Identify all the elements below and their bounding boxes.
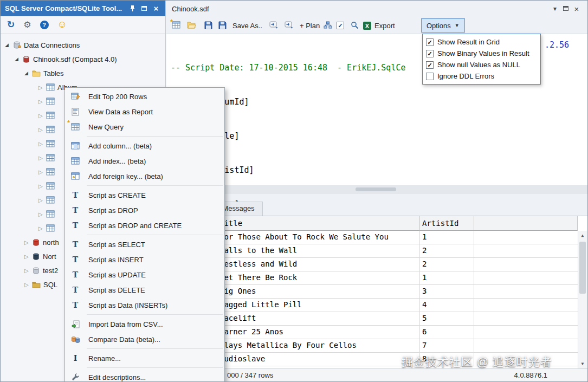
table-row[interactable]: 9Plays Metallica By Four Cellos7 [166, 339, 578, 353]
menu-item-add-index[interactable]: Add index... (beta) [65, 153, 224, 169]
expander-icon[interactable]: ▷ [38, 183, 46, 189]
checkbox-icon[interactable]: ✓ [426, 50, 434, 57]
option-label: Ignore DDL Errors [437, 72, 494, 80]
table-row[interactable]: 2Balls to the Wall2 [166, 244, 578, 258]
edit-table-icon [69, 92, 82, 101]
table-row[interactable]: 6Jagged Little Pill4 [166, 299, 578, 312]
menu-item-edit-top-200-rows[interactable]: Edit Top 200 Rows [65, 89, 224, 104]
table-row[interactable]: 3Restless and Wild2 [166, 258, 578, 271]
floppy-icon [204, 21, 212, 29]
float-window-icon[interactable] [139, 4, 149, 14]
tree-item-chinook-database[interactable]: ◢ Chinook.sdf (Compact 4.0) [1, 52, 165, 66]
expander-icon[interactable]: ▷ [38, 197, 46, 203]
settings-gear-icon[interactable]: ⚙ [23, 20, 31, 30]
menu-item-compare-data[interactable]: Compare Data (beta)... [65, 332, 224, 347]
menu-item-add-column[interactable]: Add column... (beta) [65, 138, 224, 153]
plan-label[interactable]: + Plan [300, 22, 320, 30]
export-label[interactable]: Export [374, 22, 395, 30]
expander-icon[interactable]: ◢ [24, 70, 32, 76]
results-grid[interactable]: AlbumId Title ArtistId 1For Those About … [166, 216, 587, 368]
tree-label: north [43, 238, 59, 247]
export-excel-icon[interactable]: X [363, 22, 371, 30]
table-row[interactable]: 7Facelift5 [166, 312, 578, 326]
refresh-icon[interactable]: ↻ [7, 19, 15, 30]
expander-icon[interactable]: ▷ [38, 99, 46, 105]
expander-icon[interactable]: ▷ [38, 155, 46, 161]
document-float-icon[interactable] [560, 5, 571, 12]
editor-results-splitter[interactable] [166, 185, 587, 194]
table-icon [46, 224, 55, 232]
menu-item-script-as-drop[interactable]: T Script as DROP [65, 203, 224, 218]
pin-icon[interactable] [127, 4, 137, 14]
scroll-up-icon[interactable]: ▲ [578, 231, 587, 240]
status-bar: 000 / 347 rows 4.0.8876.1 [166, 368, 587, 381]
expander-icon[interactable]: ▷ [38, 225, 46, 231]
expander-icon[interactable]: ▷ [24, 282, 32, 288]
table-row[interactable]: 4Let There Be Rock1 [166, 271, 578, 285]
table-row[interactable]: 8Warner 25 Anos6 [166, 326, 578, 339]
option-show-null-values[interactable]: ✓ Show null Values as NULL [423, 59, 540, 70]
expander-icon[interactable]: ▷ [38, 113, 46, 119]
new-query-icon[interactable]: * [172, 21, 180, 31]
column-header-title[interactable]: Title [217, 216, 420, 231]
expander-icon[interactable]: ◢ [15, 56, 22, 62]
menu-item-view-data-as-report[interactable]: View Data as Report [65, 104, 224, 119]
scroll-down-icon[interactable]: ▼ [578, 359, 587, 368]
feedback-smiley-icon[interactable]: ☺ [57, 19, 67, 30]
checkbox-icon[interactable] [426, 73, 434, 80]
tree-label: SQL [43, 281, 57, 289]
menu-item-script-as-create[interactable]: T Script as CREATE [65, 187, 224, 203]
execute-icon[interactable] [269, 21, 279, 31]
menu-item-add-foreign-key[interactable]: Add foreign key... (beta) [65, 169, 224, 184]
table-row[interactable]: 1For Those About To Rock We Salute You1 [166, 231, 578, 244]
document-close-icon[interactable]: × [571, 4, 582, 14]
menu-item-new-query[interactable]: * New Query [65, 119, 224, 134]
option-show-binary-values[interactable]: ✓ Show Binary Values in Result [423, 48, 540, 59]
option-show-result-in-grid[interactable]: ✓ Show Result in Grid [423, 36, 540, 48]
checkbox-icon[interactable]: ✓ [426, 61, 434, 69]
execution-plan-icon[interactable] [324, 21, 332, 31]
scrollbar-thumb[interactable] [579, 242, 586, 294]
checkbox-icon[interactable]: ✓ [426, 38, 434, 46]
table-row[interactable]: 5Big Ones3 [166, 285, 578, 299]
menu-item-script-as-insert[interactable]: T Script as INSERT [65, 252, 224, 267]
expander-icon[interactable]: ▷ [38, 211, 46, 217]
menu-item-script-as-data-inserts[interactable]: T Script as Data (INSERTs) [65, 297, 224, 313]
save-as-label[interactable]: Save As.. [232, 22, 262, 30]
save-icon[interactable] [204, 21, 212, 31]
expander-icon[interactable]: ▷ [24, 254, 32, 260]
expander-icon[interactable]: ▷ [38, 169, 46, 175]
column-header-artistid[interactable]: ArtistId [420, 216, 474, 231]
open-file-icon[interactable] [187, 21, 196, 31]
options-button[interactable]: Options ▼ [421, 18, 465, 33]
option-ignore-ddl-errors[interactable]: Ignore DDL Errors [423, 70, 540, 82]
expander-icon[interactable]: ▷ [38, 141, 46, 147]
menu-item-edit-descriptions[interactable]: Edit descriptions... [65, 370, 224, 382]
expander-icon[interactable]: ◢ [5, 42, 12, 48]
expander-icon[interactable]: ▷ [24, 239, 32, 245]
table-context-menu: Edit Top 200 Rows View Data as Report * … [64, 87, 225, 382]
menu-item-import-data-from-csv[interactable]: Import Data from CSV... [65, 316, 224, 332]
search-icon[interactable] [351, 21, 359, 31]
save-as-icon[interactable] [218, 21, 227, 31]
menu-item-script-as-select[interactable]: T Script as SELECT [65, 237, 224, 252]
tree-item-tables-folder[interactable]: ◢ Tables [1, 66, 165, 80]
expander-icon[interactable]: ▷ [38, 127, 46, 133]
menu-item-script-as-update[interactable]: T Script as UPDATE [65, 267, 224, 282]
menu-item-script-as-delete[interactable]: T Script as DELETE [65, 282, 224, 297]
execute-with-plan-icon[interactable] [285, 21, 294, 31]
expander-icon[interactable]: ▷ [24, 268, 32, 274]
close-icon[interactable]: × [151, 4, 161, 14]
tree-item-data-connections[interactable]: ◢ Data Connections [1, 38, 165, 52]
expander-icon[interactable]: ▷ [38, 85, 46, 90]
menu-item-script-as-drop-and-create[interactable]: T Script as DROP and CREATE [65, 218, 224, 233]
document-list-chevron-icon[interactable]: ▾ [550, 5, 560, 12]
help-icon[interactable]: ? [40, 21, 49, 29]
splitter-handle[interactable] [356, 187, 396, 191]
vertical-scrollbar[interactable]: ▲ ▼ [578, 231, 587, 368]
menu-item-rename[interactable]: I Rename... [65, 351, 224, 366]
wrench-icon [69, 372, 82, 382]
toolbox-titlebar[interactable]: SQL Server Compact/SQLite Tool... × [1, 1, 165, 16]
parse-check-icon[interactable]: ✓ [337, 22, 344, 29]
document-tab-title[interactable]: Chinook.sdf [172, 5, 550, 13]
